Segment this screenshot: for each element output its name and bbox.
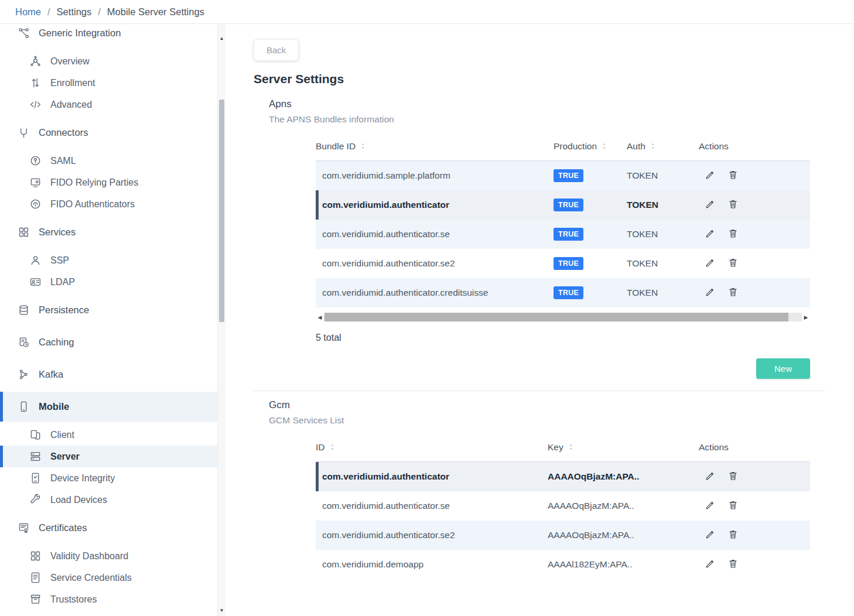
scroll-right-arrow-icon[interactable]: ▶: [802, 314, 810, 320]
sidebar-item-ldap[interactable]: LDAP: [0, 271, 217, 293]
actions-cell: [699, 556, 810, 573]
edit-button[interactable]: [705, 526, 724, 544]
delete-button[interactable]: [727, 526, 747, 544]
edit-button[interactable]: [705, 284, 724, 302]
apns-table-row[interactable]: com.veridiumid.authenticator.seTRUETOKEN: [316, 220, 810, 249]
column-header-production[interactable]: Production: [554, 141, 627, 152]
sidebar-item-load-devices[interactable]: Load Devices: [0, 489, 217, 511]
delete-button[interactable]: [727, 556, 747, 573]
edit-button[interactable]: [705, 225, 724, 243]
apns-table-row[interactable]: com.veridiumid.authenticator.creditsuiss…: [316, 278, 810, 307]
kafka-icon: [18, 368, 30, 381]
scroll-up-arrow-icon[interactable]: ▲: [218, 36, 226, 42]
gcm-table-row[interactable]: com.veridiumid.authenticator.seAAAAOqBja…: [316, 491, 810, 521]
actions-cell: [699, 196, 810, 214]
sidebar-item-overview[interactable]: Overview: [0, 50, 217, 72]
gcm-table-row[interactable]: com.veridiumid.demoappAAAAl182EyM:APA..: [316, 550, 810, 579]
column-header-key[interactable]: Key: [548, 442, 699, 453]
sidebar-item-mobile[interactable]: Mobile: [0, 392, 217, 422]
production-true-badge: TRUE: [554, 257, 583, 270]
sidebar-item-certificates[interactable]: Certificates: [0, 513, 217, 543]
edit-icon: [705, 499, 716, 511]
gcm-title: Gcm: [269, 399, 810, 411]
sidebar-item-enrollment[interactable]: Enrollment: [0, 72, 217, 94]
sidebar-item-label: FIDO Relying Parties: [50, 177, 138, 188]
delete-button[interactable]: [727, 284, 747, 302]
actions-cell: [699, 497, 810, 515]
delete-button[interactable]: [727, 468, 747, 485]
gcm-id-cell: com.veridiumid.authenticator.se2: [316, 530, 548, 540]
sidebar-item-label: SSP: [50, 255, 69, 266]
auth-cell: TOKEN: [627, 258, 699, 269]
sidebar-item-client[interactable]: Client: [0, 424, 217, 446]
sidebar-scrollbar[interactable]: ▲ ▼: [217, 24, 226, 616]
delete-button[interactable]: [727, 497, 747, 515]
production-cell: TRUE: [554, 257, 627, 270]
hscroll-thumb[interactable]: [324, 313, 788, 321]
delete-button[interactable]: [727, 225, 747, 243]
edit-button[interactable]: [705, 196, 724, 214]
scroll-left-arrow-icon[interactable]: ◀: [316, 314, 324, 320]
gcm-table-row[interactable]: com.veridiumid.authenticator.se2AAAAOqBj…: [316, 521, 810, 550]
edit-button[interactable]: [705, 167, 724, 184]
sidebar-item-kafka[interactable]: Kafka: [0, 360, 217, 389]
production-cell: TRUE: [554, 199, 627, 211]
apns-table-row[interactable]: com.veridiumid.authenticator.se2TRUETOKE…: [316, 249, 810, 278]
edit-button[interactable]: [705, 255, 724, 272]
apns-table-row[interactable]: com.veridiumid.sample.platformTRUETOKEN: [316, 161, 810, 190]
actions-cell: [699, 284, 810, 302]
column-header-bundle-id[interactable]: Bundle ID: [316, 141, 554, 152]
sidebar-item-truststores[interactable]: Truststores: [0, 588, 217, 610]
delete-button[interactable]: [727, 167, 747, 184]
fido-authenticators-icon: [29, 198, 42, 210]
sidebar-item-fido-authenticators[interactable]: FIDO Authenticators: [0, 193, 217, 215]
edit-button[interactable]: [705, 556, 724, 573]
breadcrumb-item-home[interactable]: Home: [15, 6, 41, 18]
apns-horizontal-scrollbar[interactable]: ◀ ▶: [316, 312, 810, 322]
column-header-label: Key: [548, 442, 563, 453]
column-header-auth[interactable]: Auth: [627, 141, 699, 152]
production-cell: TRUE: [554, 169, 627, 182]
sidebar-item-persistence[interactable]: Persistence: [0, 295, 217, 325]
sidebar-item-label: Truststores: [50, 594, 97, 605]
validity-dashboard-icon: [29, 550, 42, 562]
ssp-icon: [29, 254, 42, 266]
edit-button[interactable]: [705, 497, 724, 515]
generic-integration-icon: [18, 27, 30, 39]
column-header-id[interactable]: ID: [316, 442, 548, 453]
apns-table: Bundle IDProductionAuthActions com.verid…: [316, 132, 810, 307]
sidebar-item-generic-integration[interactable]: Generic Integration: [0, 24, 217, 48]
services-icon: [18, 226, 30, 238]
generic-integration-icon: [18, 27, 30, 39]
actions-cell: [699, 255, 810, 272]
edit-icon: [705, 169, 716, 180]
hscroll-track[interactable]: [324, 313, 802, 321]
sidebar-item-caching[interactable]: Caching: [0, 327, 217, 357]
sidebar-item-saml[interactable]: SAML: [0, 150, 217, 172]
scroll-down-arrow-icon[interactable]: ▼: [218, 608, 226, 614]
sidebar-item-service-credentials[interactable]: Service Credentials: [0, 567, 217, 588]
sidebar-item-ssp[interactable]: SSP: [0, 249, 217, 271]
delete-button[interactable]: [727, 196, 747, 214]
delete-button[interactable]: [727, 255, 747, 272]
edit-button[interactable]: [705, 468, 724, 485]
scrollbar-thumb[interactable]: [219, 100, 224, 322]
sidebar-item-fido-relying-parties[interactable]: FIDO Relying Parties: [0, 172, 217, 193]
sidebar-item-label: Kafka: [39, 369, 63, 380]
production-cell: TRUE: [554, 286, 627, 299]
sidebar-item-advanced[interactable]: Advanced: [0, 94, 217, 115]
gcm-table-row[interactable]: com.veridiumid.authenticatorAAAAOqBjazM:…: [316, 462, 810, 491]
page-title: Server Settings: [254, 72, 825, 86]
ldap-icon: [29, 276, 42, 288]
sidebar-item-label: Persistence: [39, 304, 89, 316]
sidebar-item-validity-dashboard[interactable]: Validity Dashboard: [0, 545, 217, 567]
sidebar-item-connectors[interactable]: Connectors: [0, 118, 217, 148]
sidebar-item-label: Device Integrity: [50, 473, 115, 484]
sidebar-item-device-integrity[interactable]: Device Integrity: [0, 467, 217, 489]
sidebar-item-server[interactable]: Server: [0, 446, 217, 467]
apns-table-row[interactable]: com.veridiumid.authenticatorTRUETOKEN: [316, 190, 810, 220]
back-button[interactable]: Back: [254, 39, 299, 61]
sidebar-item-services[interactable]: Services: [0, 217, 217, 247]
new-button[interactable]: New: [756, 358, 810, 379]
bundle-id-cell: com.veridiumid.authenticator.se2: [316, 258, 554, 269]
